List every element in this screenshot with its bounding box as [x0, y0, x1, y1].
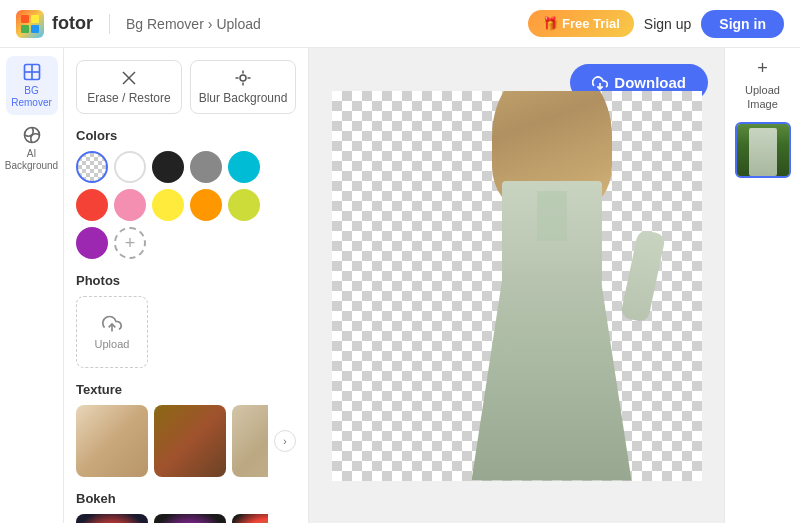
woman-figure	[442, 111, 662, 481]
header-divider	[109, 14, 110, 34]
color-add-button[interactable]: +	[114, 227, 146, 259]
breadcrumb-separator: ›	[208, 16, 213, 32]
signin-button[interactable]: Sign in	[701, 10, 784, 38]
bokeh-label: Bokeh	[76, 491, 296, 506]
svg-rect-3	[31, 25, 39, 33]
texture-item-1[interactable]	[76, 405, 148, 477]
panel: Erase / Restore Blur Background Colors	[64, 48, 309, 523]
free-trial-button[interactable]: 🎁 Free Trial	[528, 10, 634, 37]
svg-rect-1	[31, 15, 39, 23]
sidebar-item-ai-background[interactable]: AIBackground	[6, 119, 58, 178]
dress-skirt	[472, 271, 632, 481]
bokeh-item-2[interactable]	[154, 514, 226, 523]
texture-item-3[interactable]	[232, 405, 268, 477]
color-pink[interactable]	[114, 189, 146, 221]
signup-button[interactable]: Sign up	[644, 16, 691, 32]
download-icon	[592, 75, 608, 91]
photos-label: Photos	[76, 273, 296, 288]
header-right: 🎁 Free Trial Sign up Sign in	[528, 10, 784, 38]
bokeh-scroll-row: ›	[76, 514, 296, 523]
gift-icon: 🎁	[542, 16, 558, 31]
color-black[interactable]	[152, 151, 184, 183]
color-white[interactable]	[114, 151, 146, 183]
breadcrumb: Bg Remover › Upload	[126, 16, 261, 32]
breadcrumb-app: Bg Remover	[126, 16, 204, 32]
sidebar-item-bg-remover[interactable]: BGRemover	[6, 56, 58, 115]
erase-restore-button[interactable]: Erase / Restore	[76, 60, 182, 114]
plus-icon: +	[757, 58, 768, 79]
ai-background-label: AIBackground	[5, 148, 58, 172]
thumbnail-preview	[737, 124, 789, 176]
svg-point-10	[240, 75, 246, 81]
canvas-area: Download	[309, 48, 724, 523]
texture-section: Texture ›	[76, 382, 296, 477]
breadcrumb-page: Upload	[216, 16, 260, 32]
color-red[interactable]	[76, 189, 108, 221]
tools-sidebar: BGRemover AIBackground	[0, 48, 64, 523]
texture-item-2[interactable]	[154, 405, 226, 477]
texture-scroll-next[interactable]: ›	[274, 430, 296, 452]
color-purple[interactable]	[76, 227, 108, 259]
fotor-logo-icon	[16, 10, 44, 38]
bokeh-item-3[interactable]	[232, 514, 268, 523]
svg-rect-0	[21, 15, 29, 23]
right-sidebar: + UploadImage	[724, 48, 800, 523]
colors-grid: +	[76, 151, 296, 259]
color-lime[interactable]	[228, 189, 260, 221]
bokeh-item-1[interactable]	[76, 514, 148, 523]
canvas-image	[332, 91, 702, 481]
upload-image-label: UploadImage	[745, 83, 780, 112]
texture-label: Texture	[76, 382, 296, 397]
main-layout: BGRemover AIBackground Erase / Restore	[0, 48, 800, 523]
texture-items	[76, 405, 268, 477]
colors-label: Colors	[76, 128, 296, 143]
blur-background-button[interactable]: Blur Background	[190, 60, 296, 114]
app-header: fotor Bg Remover › Upload 🎁 Free Trial S…	[0, 0, 800, 48]
color-cyan[interactable]	[228, 151, 260, 183]
svg-rect-2	[21, 25, 29, 33]
color-gray[interactable]	[190, 151, 222, 183]
logo-text: fotor	[52, 13, 93, 34]
color-yellow[interactable]	[152, 189, 184, 221]
photos-upload-button[interactable]: Upload	[76, 296, 148, 368]
bg-remover-label: BGRemover	[11, 85, 52, 109]
bokeh-items	[76, 514, 268, 523]
photos-section: Photos Upload	[76, 273, 296, 368]
upload-image-button[interactable]: + UploadImage	[745, 58, 780, 112]
dress-back-detail	[537, 191, 567, 241]
header-left: fotor Bg Remover › Upload	[16, 10, 261, 38]
arm-shape	[619, 229, 665, 323]
color-orange[interactable]	[190, 189, 222, 221]
color-transparent[interactable]	[76, 151, 108, 183]
bokeh-section: Bokeh ›	[76, 491, 296, 523]
panel-tools: Erase / Restore Blur Background	[76, 60, 296, 114]
image-thumbnail[interactable]	[735, 122, 791, 178]
texture-scroll-row: ›	[76, 405, 296, 477]
